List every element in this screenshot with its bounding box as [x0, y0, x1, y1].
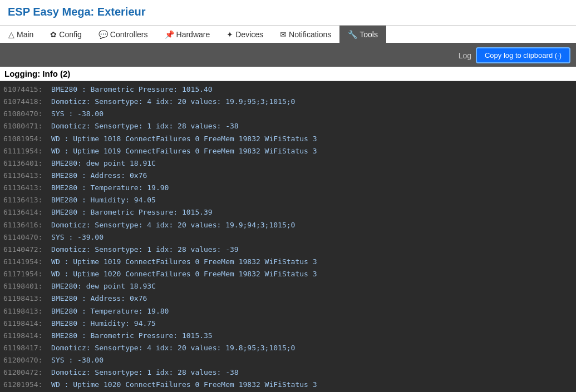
log-line: 61080470: SYS : -38.00	[3, 108, 573, 120]
log-line: 61074418: Domoticz: Sensortype: 4 idx: 2…	[3, 96, 573, 108]
page-title: ESP Easy Mega: Exterieur	[8, 6, 568, 18]
nav-controllers[interactable]: 💬 Controllers	[90, 26, 156, 43]
log-timestamp: 61140472:	[3, 245, 42, 254]
nav-bar: △ Main ✿ Config 💬 Controllers 📌 Hardware…	[0, 26, 576, 44]
log-timestamp: 61080471:	[3, 122, 42, 130]
devices-icon: ✦	[227, 30, 233, 39]
log-timestamp: 61198401:	[3, 282, 42, 290]
nav-hardware-label: Hardware	[176, 30, 210, 39]
log-line: 61198414: BME280 : Barometric Pressure: …	[3, 330, 573, 342]
log-line: 61136413: BME280 : Humidity: 94.05	[3, 194, 573, 206]
log-text: BME280: dew point 18.93C	[42, 282, 156, 290]
log-line: 61198413: BME280 : Temperature: 19.80	[3, 305, 573, 317]
log-timestamp: 61198413:	[3, 307, 42, 315]
log-timestamp: 61141954:	[3, 257, 42, 266]
log-line: 61198413: BME280 : Address: 0x76	[3, 292, 573, 305]
log-text: Domoticz: Sensortype: 4 idx: 20 values: …	[42, 344, 295, 352]
nav-main-label: Main	[17, 30, 33, 39]
tools-icon: 🔧	[348, 30, 357, 39]
nav-controllers-label: Controllers	[110, 30, 148, 39]
log-text: BME280: dew point 18.91C	[42, 159, 156, 167]
log-timestamp: 61136413:	[3, 171, 42, 180]
nav-main[interactable]: △ Main	[0, 26, 42, 43]
log-timestamp: 61171954:	[3, 270, 42, 278]
log-heading: Logging: Info (2)	[0, 67, 576, 81]
log-text: BME280 : Humidity: 94.05	[42, 196, 156, 204]
log-timestamp: 61200472:	[3, 368, 42, 376]
nav-tools[interactable]: 🔧 Tools	[339, 26, 386, 43]
nav-devices[interactable]: ✦ Devices	[218, 26, 272, 43]
log-line: 61136416: Domoticz: Sensortype: 4 idx: 2…	[3, 219, 573, 231]
log-timestamp: 61140470:	[3, 233, 42, 241]
log-timestamp: 61136413:	[3, 196, 42, 204]
log-text: BME280 : Address: 0x76	[42, 294, 147, 302]
log-text: Domoticz: Sensortype: 1 idx: 28 values: …	[42, 122, 238, 130]
main-icon: △	[8, 30, 14, 39]
log-line: 61111954: WD : Uptime 1019 ConnectFailur…	[3, 145, 573, 157]
log-timestamp: 61198414:	[3, 331, 42, 340]
log-timestamp: 61136413:	[3, 183, 42, 192]
log-line: 61074415: BME280 : Barometric Pressure: …	[3, 83, 573, 96]
log-line: 61081954: WD : Uptime 1018 ConnectFailur…	[3, 133, 573, 145]
log-text: WD : Uptime 1019 ConnectFailures 0 FreeM…	[42, 147, 317, 155]
log-line: 61200472: Domoticz: Sensortype: 1 idx: 2…	[3, 366, 573, 379]
log-timestamp: 61198413:	[3, 294, 42, 302]
log-line: 61198401: BME280: dew point 18.93C	[3, 280, 573, 292]
log-text: WD : Uptime 1019 ConnectFailures 0 FreeM…	[42, 257, 317, 266]
log-line: 61136413: BME280 : Temperature: 19.90	[3, 182, 573, 194]
log-line: 61136413: BME280 : Address: 0x76	[3, 170, 573, 182]
config-icon: ✿	[50, 30, 57, 39]
log-timestamp: 61081954:	[3, 135, 42, 143]
log-line: 61200470: SYS : -38.00	[3, 354, 573, 366]
log-timestamp: 61136414:	[3, 208, 42, 216]
log-timestamp: 61074415:	[3, 85, 42, 93]
log-text: BME280 : Temperature: 19.80	[42, 307, 169, 315]
log-text: Domoticz: Sensortype: 4 idx: 20 values: …	[42, 221, 295, 229]
log-text: Domoticz: Sensortype: 1 idx: 28 values: …	[42, 245, 238, 254]
hardware-icon: 📌	[165, 30, 174, 39]
log-timestamp: 61198417:	[3, 344, 42, 352]
log-text: BME280 : Barometric Pressure: 1015.35	[42, 331, 212, 340]
log-timestamp: 61136401:	[3, 159, 42, 167]
nav-hardware[interactable]: 📌 Hardware	[156, 26, 219, 43]
log-text: Domoticz: Sensortype: 1 idx: 28 values: …	[42, 368, 238, 376]
log-timestamp: 61111954:	[3, 147, 42, 155]
log-text: WD : Uptime 1020 ConnectFailures 0 FreeM…	[42, 380, 317, 389]
log-text: SYS : -39.00	[42, 233, 104, 241]
nav-devices-label: Devices	[235, 30, 263, 39]
log-line: 61080471: Domoticz: Sensortype: 1 idx: 2…	[3, 120, 573, 132]
log-text: BME280 : Address: 0x76	[42, 171, 147, 180]
log-timestamp: 61080470:	[3, 110, 42, 118]
notifications-icon: ✉	[280, 30, 287, 39]
log-line: 61171954: WD : Uptime 1020 ConnectFailur…	[3, 268, 573, 280]
log-line: 61136414: BME280 : Barometric Pressure: …	[3, 206, 573, 219]
toolbar: Log Copy log to clipboard (·)	[0, 44, 576, 67]
nav-config-label: Config	[59, 30, 81, 39]
log-line: 61136401: BME280: dew point 18.91C	[3, 157, 573, 170]
log-content: 61074415: BME280 : Barometric Pressure: …	[0, 81, 576, 392]
nav-notifications-label: Notifications	[289, 30, 331, 39]
log-text: WD : Uptime 1020 ConnectFailures 0 FreeM…	[42, 270, 317, 278]
nav-tools-label: Tools	[360, 30, 378, 39]
log-text: WD : Uptime 1018 ConnectFailures 0 FreeM…	[42, 135, 317, 143]
log-label: Log	[459, 51, 471, 60]
log-text: BME280 : Temperature: 19.90	[42, 183, 169, 192]
log-text: SYS : -38.00	[42, 110, 104, 118]
nav-notifications[interactable]: ✉ Notifications	[272, 26, 339, 43]
log-line: 61140472: Domoticz: Sensortype: 1 idx: 2…	[3, 244, 573, 256]
log-text: BME280 : Barometric Pressure: 1015.39	[42, 208, 212, 216]
log-text: SYS : -38.00	[42, 356, 104, 364]
controllers-icon: 💬	[99, 30, 108, 39]
nav-config[interactable]: ✿ Config	[42, 26, 90, 43]
log-timestamp: 61198414:	[3, 319, 42, 328]
header: ESP Easy Mega: Exterieur	[0, 0, 576, 26]
log-line: 61140470: SYS : -39.00	[3, 231, 573, 244]
log-timestamp: 61200470:	[3, 356, 42, 364]
log-text: BME280 : Humidity: 94.75	[42, 319, 156, 328]
log-text: BME280 : Barometric Pressure: 1015.40	[42, 85, 212, 93]
log-line: 61201954: WD : Uptime 1020 ConnectFailur…	[3, 379, 573, 391]
log-text: Domoticz: Sensortype: 4 idx: 20 values: …	[42, 97, 295, 106]
log-timestamp: 61074418:	[3, 97, 42, 106]
copy-log-button[interactable]: Copy log to clipboard (·)	[476, 47, 570, 63]
log-timestamp: 61201954:	[3, 380, 42, 389]
